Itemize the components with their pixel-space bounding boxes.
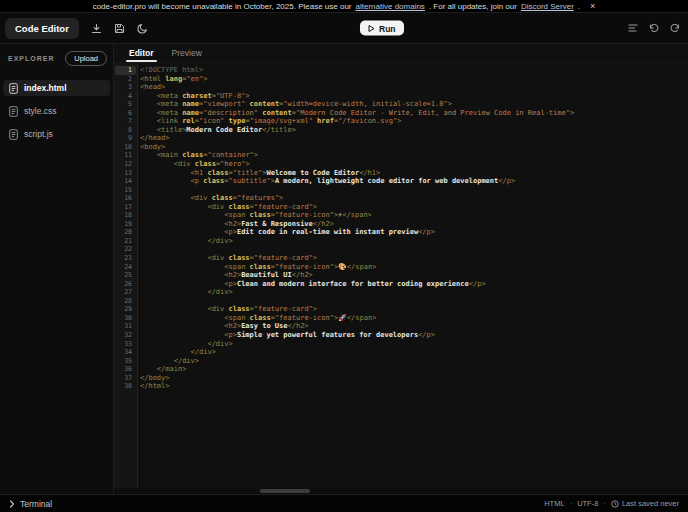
save-icon[interactable] — [114, 23, 125, 34]
status-last-saved: Last saved never — [622, 499, 679, 508]
line-number: 1 — [115, 66, 136, 75]
code-line[interactable]: <head> — [140, 83, 688, 92]
code-line[interactable]: <h2>Beautiful UI</h2> — [140, 271, 688, 280]
alternative-domains-link[interactable]: alternative domains — [356, 2, 425, 11]
line-number: 4 — [114, 92, 137, 101]
download-icon[interactable] — [91, 23, 102, 34]
line-number: 31 — [114, 322, 137, 331]
status-separator: · — [570, 499, 573, 508]
line-number: 29 — [114, 305, 137, 314]
code-line[interactable]: <div class="hero"> — [140, 160, 688, 169]
status-language: HTML — [544, 499, 564, 508]
code-line[interactable]: </div> — [140, 237, 688, 246]
code-line[interactable]: </html> — [140, 382, 688, 391]
code-line[interactable]: <html lang="en"> — [140, 75, 688, 84]
line-number: 38 — [114, 382, 137, 391]
code-line[interactable]: <p>Clean and modern interface for better… — [140, 280, 688, 289]
code-line[interactable]: </head> — [140, 134, 688, 143]
code-line[interactable]: </div> — [140, 288, 688, 297]
code-line[interactable]: </div> — [140, 348, 688, 357]
line-number: 24 — [114, 263, 137, 272]
code-line[interactable]: <div class="features"> — [140, 194, 688, 203]
code-lines[interactable]: <!DOCTYPE html><html lang="en"><head> <m… — [138, 63, 688, 488]
line-number: 8 — [114, 126, 137, 135]
code-line[interactable]: <span class="feature-icon">⚡</span> — [140, 211, 688, 220]
code-line[interactable]: </div> — [140, 357, 688, 366]
run-label: Run — [379, 23, 396, 33]
code-line[interactable]: <div class="feature-card"> — [140, 254, 688, 263]
terminal-toggle[interactable]: Terminal — [9, 499, 52, 509]
code-area: 1234567891011121314151617181920212223242… — [114, 63, 688, 488]
editor-tabbar: Editor Preview — [114, 44, 688, 63]
run-button[interactable]: Run — [360, 21, 404, 36]
upload-button[interactable]: Upload — [65, 51, 107, 66]
code-line[interactable]: <title>Modern Code Editor</title> — [140, 126, 688, 135]
code-line[interactable]: <meta name="viewport" content="width=dev… — [140, 100, 688, 109]
code-line[interactable]: <link rel="icon" type="image/svg+xml" hr… — [140, 117, 688, 126]
line-number: 11 — [114, 151, 137, 160]
file-icon — [9, 129, 18, 140]
redo-icon[interactable] — [670, 24, 680, 33]
line-number: 9 — [114, 134, 137, 143]
code-line[interactable] — [140, 297, 688, 306]
file-item-style.css[interactable]: style.css — [3, 103, 110, 119]
line-number: 3 — [114, 83, 137, 92]
banner-close-icon[interactable]: × — [590, 2, 595, 11]
code-line[interactable]: <span class="feature-icon">🚀</span> — [140, 314, 688, 323]
tab-preview[interactable]: Preview — [163, 44, 211, 62]
play-icon — [368, 24, 375, 32]
code-line[interactable]: <meta charset="UTF-8"> — [140, 92, 688, 101]
line-number: 22 — [114, 245, 137, 254]
code-line[interactable] — [140, 245, 688, 254]
code-line[interactable]: <h2>Fast & Responsive</h2> — [140, 220, 688, 229]
code-line[interactable]: <div class="feature-card"> — [140, 203, 688, 212]
line-number: 15 — [114, 186, 137, 195]
line-number: 26 — [114, 280, 137, 289]
format-align-icon[interactable] — [628, 24, 638, 33]
undo-icon[interactable] — [649, 24, 659, 33]
code-line[interactable]: </main> — [140, 365, 688, 374]
code-line[interactable]: </div> — [140, 340, 688, 349]
code-line[interactable]: <h1 class="title">Welcome to Code Editor… — [140, 169, 688, 178]
chevron-right-icon — [9, 500, 15, 508]
line-number: 21 — [114, 237, 137, 246]
code-line[interactable]: <p>Edit code in real-time with instant p… — [140, 228, 688, 237]
theme-moon-icon[interactable] — [137, 23, 148, 34]
tab-editor[interactable]: Editor — [120, 44, 163, 62]
code-line[interactable]: <!DOCTYPE html> — [140, 66, 688, 75]
file-name: script.js — [24, 129, 53, 139]
code-line[interactable]: <body> — [140, 143, 688, 152]
code-line[interactable] — [140, 186, 688, 195]
line-number: 30 — [114, 314, 137, 323]
line-number: 10 — [114, 143, 137, 152]
line-number: 12 — [114, 160, 137, 169]
discord-server-link[interactable]: Discord Server — [521, 2, 574, 11]
file-item-script.js[interactable]: script.js — [3, 126, 110, 142]
code-line[interactable]: <span class="feature-icon">🎨</span> — [140, 263, 688, 272]
code-line[interactable]: <div class="feature-card"> — [140, 305, 688, 314]
code-line[interactable]: <h2>Easy to Use</h2> — [140, 322, 688, 331]
code-line[interactable]: <meta name="description" content="Modern… — [140, 109, 688, 118]
code-line[interactable]: <p>Simple yet powerful features for deve… — [140, 331, 688, 340]
banner-message-end: . — [578, 2, 580, 11]
code-line[interactable]: </body> — [140, 374, 688, 383]
statusbar: Terminal HTML · UTF-8 · Last saved never — [0, 494, 688, 512]
line-number: 23 — [114, 254, 137, 263]
line-number: 6 — [114, 109, 137, 118]
file-icon — [9, 106, 18, 117]
line-number: 33 — [114, 340, 137, 349]
banner-message-mid: . For all updates, join our — [429, 2, 517, 11]
sidebar-explorer: EXPLORER Upload index.htmlstyle.cssscrip… — [0, 44, 114, 494]
terminal-label: Terminal — [20, 499, 52, 509]
line-number: 27 — [114, 288, 137, 297]
line-number: 18 — [114, 211, 137, 220]
code-line[interactable]: <main class="container"> — [140, 151, 688, 160]
line-number: 13 — [114, 169, 137, 178]
file-item-index.html[interactable]: index.html — [3, 80, 110, 96]
editor-panel: Editor Preview 1234567891011121314151617… — [114, 44, 688, 494]
line-number: 20 — [114, 228, 137, 237]
header: Code Editor Run — [0, 13, 688, 44]
scrollbar-thumb[interactable] — [260, 489, 310, 493]
line-number: 36 — [114, 365, 137, 374]
code-line[interactable]: <p class="subtitle">A modern, lightweigh… — [140, 177, 688, 186]
